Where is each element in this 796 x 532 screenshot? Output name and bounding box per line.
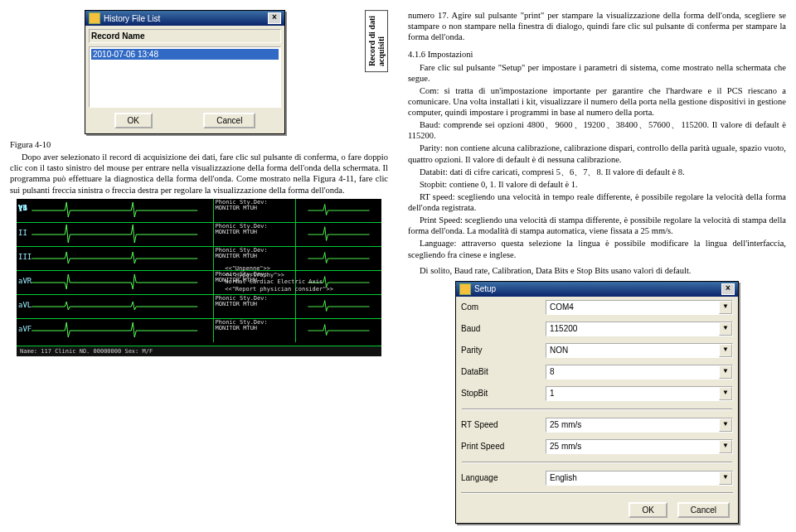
ecg-lead-II: II <box>17 223 214 246</box>
setup-titlebar: Setup × <box>456 282 738 297</box>
ecg-lead-V6: V6 <box>296 319 381 342</box>
ecg-info-I: Phonic Sty.Dev: MONITOR MTUH <box>214 199 297 222</box>
impostazioni-p8: Print Speed: scegliendo una velocità di … <box>408 215 786 236</box>
ecg-status-bar: Name: 117 Clinic NO. 00000000 Sex: M/F <box>17 346 381 356</box>
setup-title: Setup <box>474 284 496 293</box>
ecg-lead-V5: V5 <box>296 295 381 318</box>
separator <box>462 409 732 410</box>
history-col1-header: Record Name <box>91 31 144 41</box>
language-combobox[interactable]: English▼ <box>546 471 733 486</box>
printspeed-combobox[interactable]: 25 mm/s▼ <box>546 439 733 454</box>
history-window-title: History File List <box>104 14 160 23</box>
chevron-down-icon[interactable]: ▼ <box>719 301 732 314</box>
history-list-body[interactable]: 2010-07-06 13:48 <box>89 46 281 108</box>
ecg-lead-aVL: aVL <box>17 295 214 318</box>
ecg-lead-V2: V2 <box>296 223 381 246</box>
setup-app-icon <box>459 283 471 295</box>
separator <box>461 492 733 494</box>
rtspeed-combobox[interactable]: 25 mm/s▼ <box>546 418 733 433</box>
databit-label: DataBit <box>456 361 541 383</box>
figure-4-10-text: Dopo aver selezionato il record di acqui… <box>10 152 388 196</box>
chevron-down-icon[interactable]: ▼ <box>719 365 732 379</box>
setup-cancel-button[interactable]: Cancel <box>677 502 730 518</box>
ecg-display: I Phonic Sty.Dev: MONITOR MTUH V1 II Pho… <box>17 199 381 356</box>
parity-combobox[interactable]: NON▼ <box>546 343 733 358</box>
com-label: Com <box>456 297 541 318</box>
parity-label: Parity <box>456 340 541 361</box>
chevron-down-icon[interactable]: ▼ <box>719 322 732 336</box>
ecg-lead-I: I <box>17 199 214 222</box>
rtspeed-label: RT Speed <box>456 414 541 436</box>
chevron-down-icon[interactable]: ▼ <box>719 418 732 432</box>
databit-combobox[interactable]: 8▼ <box>546 365 733 380</box>
chevron-down-icon[interactable]: ▼ <box>719 387 732 400</box>
ok-button[interactable]: OK <box>114 113 153 128</box>
printspeed-label: Print Speed <box>456 436 541 457</box>
cancel-button[interactable]: Cancel <box>203 113 255 128</box>
figure-4-10-caption: Figura 4-10 <box>10 139 388 150</box>
com-combobox[interactable]: COM4▼ <box>546 300 733 315</box>
language-label: Language <box>456 467 541 489</box>
impostazioni-p7: RT speed: scegliendo una velocità in tem… <box>408 191 786 213</box>
ecg-info-aVL: Phonic Sty.Dev: MONITOR MTUH <box>214 295 297 318</box>
window-app-icon <box>89 12 100 24</box>
section-4-1-6-heading: 4.1.6 Impostazioni <box>408 49 786 60</box>
baud-label: Baud <box>456 318 541 340</box>
history-row-selected[interactable]: 2010-07-06 13:48 <box>91 49 279 60</box>
setup-close-icon[interactable]: × <box>721 283 735 295</box>
history-file-list-window: History File List × Record Name 2010-07-… <box>85 10 285 134</box>
acquired-data-label-1: Record di dati acquisiti <box>365 10 388 72</box>
acquired-data-label-box: Record di dati acquisiti <box>365 10 388 72</box>
impostazioni-p2: Com: si tratta di un'impostazione import… <box>408 85 786 118</box>
chevron-down-icon[interactable]: ▼ <box>719 440 732 453</box>
setup-ok-button[interactable]: OK <box>629 502 667 518</box>
impostazioni-p1: Fare clic sul pulsante "Setup" per impos… <box>408 62 786 84</box>
impostazioni-p9: Language: attraverso questa selezione la… <box>408 238 786 259</box>
stopbit-label: StopBit <box>456 383 541 404</box>
ecg-lead-aVF: aVF <box>17 319 214 342</box>
stopbit-combobox[interactable]: 1▼ <box>546 386 733 401</box>
ecg-lead-III: III <box>17 247 214 270</box>
impostazioni-p10: Di solito, Baud rate, Calibration, Data … <box>408 265 786 276</box>
chevron-down-icon[interactable]: ▼ <box>719 344 732 357</box>
history-column-header: Record Name <box>89 29 281 43</box>
separator <box>462 462 732 463</box>
impostazioni-p4: Parity: non contiene alcuna calibrazione… <box>408 143 786 164</box>
ecg-info-II: Phonic Sty.Dev: MONITOR MTUH <box>214 223 297 246</box>
impostazioni-p6: Stopbit: contiene 0, 1. Il valore di def… <box>408 179 786 190</box>
impostazioni-p3: Baud: comprende sei opzioni 4800、9600、19… <box>408 119 786 141</box>
ecg-lead-V1: V1 <box>296 199 381 222</box>
history-window-titlebar: History File List × <box>85 11 284 26</box>
right-intro-paragraph: numero 17. Agire sul pulsante "print" pe… <box>408 10 786 42</box>
impostazioni-p5: Databit: dati di cifre caricati, compres… <box>408 167 786 177</box>
ecg-diagnosis-box: <<"Unpenne">> <<"Hypertrophy">> Normal C… <box>225 265 378 293</box>
chevron-down-icon[interactable]: ▼ <box>719 472 732 485</box>
ecg-info-aVF: Phonic Sty.Dev: MONITOR MTUH <box>214 319 297 342</box>
close-icon[interactable]: × <box>268 12 281 24</box>
setup-window: Setup × Com COM4▼ Baud 115200▼ Parity NO… <box>455 281 739 524</box>
ecg-lead-aVR: aVR <box>17 271 214 294</box>
baud-combobox[interactable]: 115200▼ <box>546 322 733 336</box>
